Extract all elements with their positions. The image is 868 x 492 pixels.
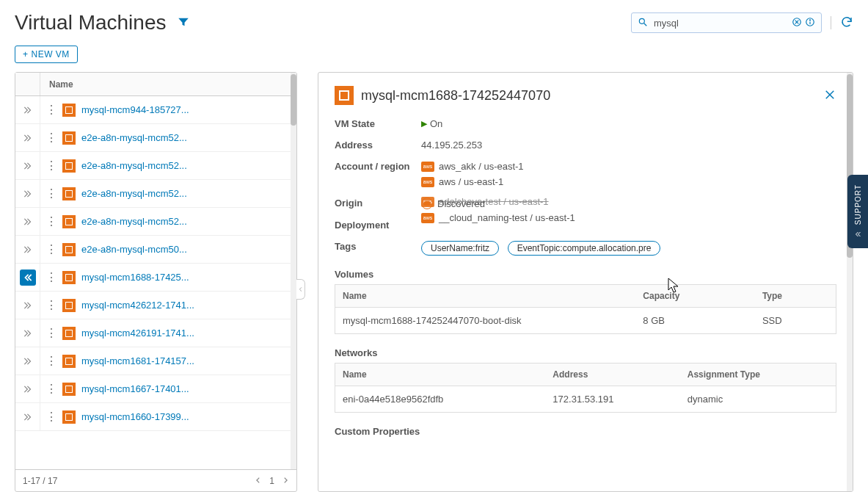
vm-row[interactable]: ⋮e2e-a8n-mysql-mcm52... (15, 208, 296, 236)
vm-name-link[interactable]: mysql-mcm1660-17399... (62, 410, 189, 424)
expand-row-icon[interactable] (20, 381, 36, 397)
row-actions-icon[interactable]: ⋮ (40, 328, 62, 339)
page-title: Virtual Machines (15, 11, 166, 35)
row-actions-icon[interactable]: ⋮ (40, 188, 62, 200)
vm-name-text: mysql-mcm1688-17425... (81, 272, 189, 283)
vm-name-link[interactable]: mysql-mcm1681-174157... (62, 355, 194, 368)
page-next-icon[interactable] (282, 476, 289, 486)
tag-pill[interactable]: EventTopic:compute.allocation.pre (508, 241, 661, 256)
vm-detail-panel: mysql-mcm1688-174252447070 VM State ▶ On… (318, 72, 853, 492)
divider (831, 16, 831, 29)
tag-pill[interactable]: UserName:fritz (421, 241, 499, 256)
col-vol-capacity: Capacity (635, 285, 755, 308)
expand-row-icon[interactable] (20, 130, 36, 146)
vm-row[interactable]: ⋮e2e-a8n-mysql-mcm52... (15, 152, 296, 180)
new-vm-button[interactable]: + NEW VM (15, 46, 78, 63)
cloud-icon (421, 198, 433, 209)
vm-name-link[interactable]: e2e-a8n-mysql-mcm52... (62, 159, 187, 173)
row-actions-icon[interactable]: ⋮ (40, 244, 62, 256)
vm-name-text: e2e-a8n-mysql-mcm52... (81, 160, 187, 171)
label-deployment: Deployment (335, 220, 421, 231)
label-account-region: Account / region (335, 161, 421, 172)
expand-row-icon[interactable] (20, 353, 36, 369)
vm-row[interactable]: ⋮mysql-mcm1667-17401... (15, 375, 296, 403)
vm-name-text: e2e-a8n-mysql-mcm52... (81, 132, 187, 143)
expand-row-icon[interactable] (20, 214, 36, 230)
expand-row-icon[interactable] (20, 409, 36, 425)
list-scrollbar[interactable] (291, 73, 296, 469)
row-actions-icon[interactable]: ⋮ (40, 272, 62, 283)
vm-name-link[interactable]: e2e-a8n-mysql-mcm52... (62, 187, 187, 200)
vm-row[interactable]: ⋮mysql-mcm1660-17399... (15, 403, 296, 431)
vm-name-link[interactable]: mysql-mcm1688-17425... (62, 271, 189, 284)
vm-name-link[interactable]: e2e-a8n-mysql-mcm52... (62, 215, 187, 228)
cell-vol-type: SSD (755, 308, 836, 334)
vm-icon (62, 104, 76, 117)
row-actions-icon[interactable]: ⋮ (40, 132, 62, 144)
vm-row[interactable]: ⋮e2e-a8n-mysql-mcm52... (15, 180, 296, 208)
collapse-handle[interactable] (296, 279, 305, 300)
list-header: Name (15, 73, 296, 96)
row-actions-icon[interactable]: ⋮ (40, 104, 62, 116)
row-actions-icon[interactable]: ⋮ (40, 216, 62, 228)
label-vm-state: VM State (335, 118, 421, 129)
vm-row[interactable]: ⋮mysql-mcm1688-17425... (15, 264, 296, 292)
page-prev-icon[interactable] (255, 476, 262, 486)
col-net-name: Name (335, 363, 546, 386)
search-info-icon[interactable] (805, 17, 815, 29)
vm-name-text: mysql-mcm1660-17399... (81, 411, 189, 422)
section-networks: Networks (335, 347, 836, 358)
vm-icon (62, 327, 76, 340)
row-actions-icon[interactable]: ⋮ (40, 355, 62, 367)
expand-row-icon[interactable] (20, 102, 36, 118)
vm-row[interactable]: ⋮e2e-a8n-mysql-mcm52... (15, 124, 296, 152)
table-row: mysql-mcm1688-174252447070-boot-disk 8 G… (335, 308, 836, 334)
vm-name-text: e2e-a8n-mysql-mcm50... (81, 244, 187, 255)
expand-row-icon[interactable] (20, 158, 36, 174)
expand-row-icon[interactable] (20, 325, 36, 341)
vm-row[interactable]: ⋮mysql-mcm426191-1741... (15, 319, 296, 347)
filter-icon[interactable] (177, 15, 190, 31)
col-net-address: Address (545, 363, 679, 386)
vm-name-text: e2e-a8n-mysql-mcm52... (81, 216, 187, 227)
vm-row[interactable]: ⋮mysql-mcm426212-1741... (15, 292, 296, 319)
row-actions-icon[interactable]: ⋮ (40, 160, 62, 172)
aws-badge-icon: aws (421, 177, 434, 187)
vm-name-link[interactable]: e2e-a8n-mysql-mcm52... (62, 131, 187, 145)
collapse-row-icon[interactable] (20, 269, 36, 286)
vm-row[interactable]: ⋮e2e-a8n-mysql-mcm50... (15, 236, 296, 264)
vm-name-link[interactable]: mysql-mcm1667-17401... (62, 383, 189, 396)
vm-name-link[interactable]: mysql-mcm426191-1741... (62, 327, 194, 340)
expand-row-icon[interactable] (20, 242, 36, 258)
plus-icon: + (23, 49, 29, 59)
expand-row-icon[interactable] (20, 297, 36, 314)
vm-name-link[interactable]: mysql-mcm426212-1741... (62, 299, 194, 312)
expand-row-icon[interactable] (20, 186, 36, 202)
vm-name-link[interactable]: mysql-mcm944-185727... (62, 104, 189, 117)
pagination-range: 1-17 / 17 (23, 476, 57, 486)
vm-icon (62, 187, 76, 200)
row-actions-icon[interactable]: ⋮ (40, 300, 62, 311)
close-icon[interactable] (823, 88, 836, 104)
refresh-icon[interactable] (840, 15, 853, 31)
support-label: SUPPORT (854, 184, 862, 225)
vm-icon (62, 131, 76, 145)
column-name-header[interactable]: Name (40, 79, 73, 90)
support-tab[interactable]: SUPPORT (847, 175, 868, 248)
vm-row[interactable]: ⋮mysql-mcm944-185727... (15, 96, 296, 124)
vm-name-text: mysql-mcm426212-1741... (81, 300, 194, 311)
detail-scrollbar[interactable] (847, 73, 853, 491)
label-address: Address (335, 140, 421, 151)
row-actions-icon[interactable]: ⋮ (40, 383, 62, 395)
clear-search-icon[interactable] (792, 17, 802, 29)
cell-vol-capacity: 8 GB (635, 308, 755, 334)
aws-badge-icon: aws (421, 213, 434, 223)
cell-vol-name: mysql-mcm1688-174252447070-boot-disk (335, 308, 636, 334)
vm-icon (335, 86, 354, 105)
search-input[interactable] (652, 17, 789, 29)
row-actions-icon[interactable]: ⋮ (40, 411, 62, 423)
search-box[interactable] (631, 12, 822, 33)
section-custom-props: Custom Properties (335, 426, 836, 437)
vm-row[interactable]: ⋮mysql-mcm1681-174157... (15, 347, 296, 375)
vm-name-link[interactable]: e2e-a8n-mysql-mcm50... (62, 243, 187, 256)
